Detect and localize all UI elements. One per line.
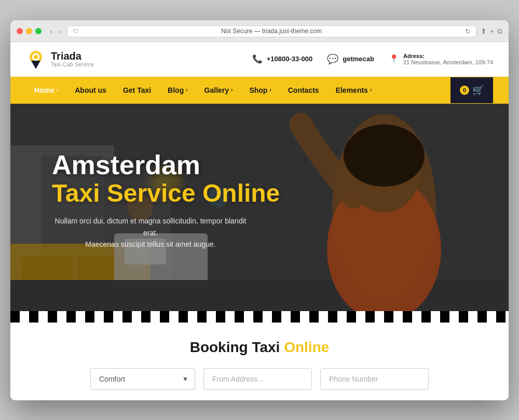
nav-bar: Home › About us Get Taxi Blog › Gallery … <box>10 77 509 104</box>
booking-form: Comfort Economy Business Premium ▼ <box>31 368 488 390</box>
back-button[interactable]: ‹ <box>48 26 54 36</box>
address-label: Adress: <box>403 53 493 59</box>
traffic-lights <box>17 28 42 34</box>
minimize-button[interactable] <box>26 28 32 34</box>
cart-icon: 🛒 <box>472 85 484 96</box>
nav-label-blog: Blog <box>168 86 184 94</box>
contact-items: 📞 +10800-33-000 💬 getmecab 📍 Adress: 21 … <box>252 53 493 65</box>
nav-items: Home › About us Get Taxi Blog › Gallery … <box>26 77 380 104</box>
nav-item-home[interactable]: Home › <box>26 77 66 104</box>
contact-phone: 📞 +10800-33-000 <box>252 54 313 64</box>
nav-label-contacts: Contacts <box>288 86 319 94</box>
nav-arrow-home: › <box>57 87 58 93</box>
nav-label-elements: Elements <box>336 86 368 94</box>
address-block: Adress: 21 Neustrasse, Amsterdam, 109-74 <box>403 53 493 65</box>
logo-icon <box>26 49 46 69</box>
nav-item-taxi[interactable]: Get Taxi <box>115 77 159 104</box>
nav-arrow-blog: › <box>186 87 187 93</box>
nav-item-elements[interactable]: Elements › <box>327 77 380 104</box>
nav-item-contacts[interactable]: Contacts <box>280 77 327 104</box>
nav-item-gallery[interactable]: Gallery › <box>196 77 241 104</box>
phone-number-input[interactable] <box>320 368 429 390</box>
share-icon[interactable]: ⬆ <box>481 27 487 36</box>
hero-content: Amsterdam Taxi Service Online Nullam orc… <box>10 104 332 271</box>
booking-title-highlight: Online <box>284 339 329 355</box>
svg-point-2 <box>34 55 38 59</box>
hero-title: Amsterdam <box>52 150 291 180</box>
taxi-type-select[interactable]: Comfort Economy Business Premium <box>91 369 195 389</box>
from-address-input[interactable] <box>203 368 312 390</box>
nav-item-blog[interactable]: Blog › <box>159 77 196 104</box>
url-text: Not Secure — triada.just-theme.com <box>81 27 462 35</box>
booking-section: Booking Taxi Online Comfort Economy Busi… <box>10 323 509 400</box>
checkered-divider <box>10 311 509 323</box>
browser-actions: ⬆ + ⧉ <box>481 27 502 36</box>
website-content: Triada Taxi Cab Service 📞 +10800-33-000 … <box>10 42 509 400</box>
forward-button[interactable]: › <box>56 26 62 36</box>
taxi-type-wrapper: Comfort Economy Business Premium ▼ <box>90 368 195 390</box>
logo-area[interactable]: Triada Taxi Cab Service <box>26 49 94 69</box>
nav-label-shop: Shop <box>249 86 267 94</box>
booking-title: Booking Taxi Online <box>31 339 488 356</box>
logo-text: Triada Taxi Cab Service <box>51 50 94 67</box>
cart-count: 0 <box>460 86 469 95</box>
cart-button[interactable]: 0 🛒 <box>450 77 493 103</box>
nav-label-home: Home <box>34 86 54 94</box>
nav-label-taxi: Get Taxi <box>123 86 151 94</box>
new-tab-icon[interactable]: + <box>490 27 494 36</box>
contact-address: 📍 Adress: 21 Neustrasse, Amsterdam, 109-… <box>389 53 493 65</box>
address-bar[interactable]: 🛡 Not Secure — triada.just-theme.com ↻ <box>67 25 476 37</box>
browser-controls: ‹ › <box>48 26 63 36</box>
phone-icon: 📞 <box>252 54 263 64</box>
address-text: 21 Neustrasse, Amsterdam, 109-74 <box>403 59 493 65</box>
booking-title-text: Booking Taxi <box>190 339 280 355</box>
brand-tagline: Taxi Cab Service <box>51 62 94 67</box>
chat-handle: getmecab <box>343 55 374 63</box>
hero-subtitle: Taxi Service Online <box>52 180 291 207</box>
nav-arrow-elements: › <box>370 87 372 93</box>
tabs-icon[interactable]: ⧉ <box>497 27 502 36</box>
hero-description: Nullam orci dui, dictum et magna sollici… <box>52 215 249 250</box>
browser-chrome: ‹ › 🛡 Not Secure — triada.just-theme.com… <box>10 20 509 42</box>
phone-number: +10800-33-000 <box>267 55 313 63</box>
nav-item-about[interactable]: About us <box>66 77 115 104</box>
nav-label-gallery: Gallery <box>204 86 229 94</box>
contact-chat: 💬 getmecab <box>327 53 374 65</box>
maximize-button[interactable] <box>35 28 42 34</box>
nav-label-about: About us <box>75 86 106 94</box>
brand-name: Triada <box>51 50 94 62</box>
site-header: Triada Taxi Cab Service 📞 +10800-33-000 … <box>10 42 509 77</box>
reload-icon[interactable]: ↻ <box>465 27 471 35</box>
pin-icon: 📍 <box>389 54 399 64</box>
chat-icon: 💬 <box>327 53 338 65</box>
svg-marker-4 <box>32 62 39 67</box>
hero-section: Amsterdam Taxi Service Online Nullam orc… <box>10 104 509 311</box>
browser-window: ‹ › 🛡 Not Secure — triada.just-theme.com… <box>10 20 509 400</box>
nav-arrow-gallery: › <box>231 87 233 93</box>
close-button[interactable] <box>17 28 23 34</box>
nav-item-shop[interactable]: Shop › <box>241 77 279 104</box>
lock-icon: 🛡 <box>73 28 78 34</box>
nav-arrow-shop: › <box>269 87 271 93</box>
